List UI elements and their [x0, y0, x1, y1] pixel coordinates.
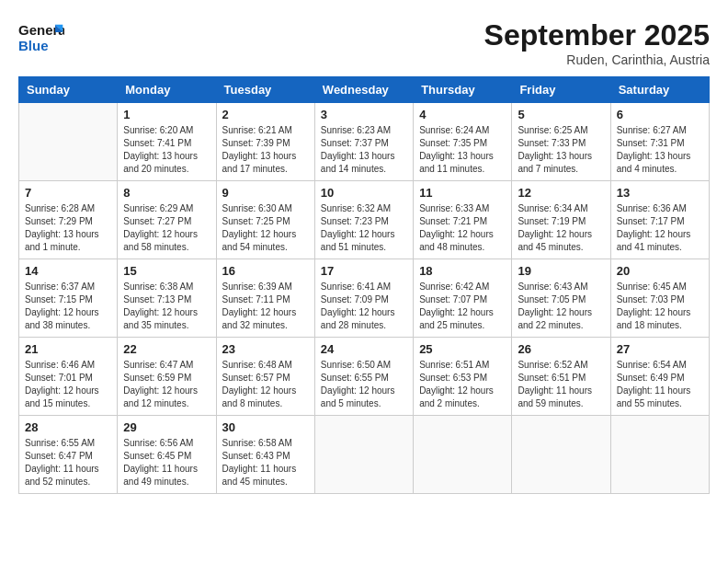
- day-info: Sunrise: 6:21 AMSunset: 7:39 PMDaylight:…: [222, 124, 309, 176]
- sunset-text: Sunset: 6:59 PM: [123, 373, 191, 383]
- month-title: September 2025: [484, 18, 710, 52]
- day-info: Sunrise: 6:58 AMSunset: 6:43 PMDaylight:…: [222, 437, 309, 488]
- calendar-cell: 5Sunrise: 6:25 AMSunset: 7:33 PMDaylight…: [512, 103, 610, 181]
- calendar-cell: 20Sunrise: 6:45 AMSunset: 7:03 PMDayligh…: [610, 259, 709, 338]
- day-info: Sunrise: 6:32 AMSunset: 7:23 PMDaylight:…: [321, 202, 407, 254]
- calendar-cell: 8Sunrise: 6:29 AMSunset: 7:27 PMDaylight…: [118, 181, 216, 259]
- daylight-text: Daylight: 12 hours and 38 minutes.: [25, 307, 99, 330]
- daylight-text: Daylight: 13 hours and 4 minutes.: [617, 151, 691, 174]
- calendar-cell: 3Sunrise: 6:23 AMSunset: 7:37 PMDaylight…: [314, 103, 413, 181]
- sunset-text: Sunset: 7:03 PM: [617, 294, 685, 304]
- calendar-cell: 28Sunrise: 6:55 AMSunset: 6:47 PMDayligh…: [19, 416, 118, 494]
- daylight-text: Daylight: 12 hours and 54 minutes.: [222, 229, 297, 252]
- daylight-text: Daylight: 12 hours and 2 minutes.: [419, 385, 494, 408]
- sunrise-text: Sunrise: 6:43 AM: [518, 282, 587, 292]
- calendar-cell: 22Sunrise: 6:47 AMSunset: 6:59 PMDayligh…: [118, 338, 216, 416]
- day-number: 3: [321, 108, 407, 121]
- calendar-cell: 23Sunrise: 6:48 AMSunset: 6:57 PMDayligh…: [216, 338, 314, 416]
- sunset-text: Sunset: 7:13 PM: [123, 294, 191, 304]
- calendar-cell: 17Sunrise: 6:41 AMSunset: 7:09 PMDayligh…: [314, 259, 413, 338]
- sunset-text: Sunset: 7:41 PM: [123, 138, 191, 148]
- location-subtitle: Ruden, Carinthia, Austria: [484, 52, 710, 67]
- daylight-text: Daylight: 13 hours and 1 minute.: [25, 229, 99, 252]
- day-info: Sunrise: 6:28 AMSunset: 7:29 PMDaylight:…: [25, 202, 111, 254]
- day-info: Sunrise: 6:27 AMSunset: 7:31 PMDaylight:…: [617, 124, 703, 176]
- sunset-text: Sunset: 6:57 PM: [222, 373, 290, 383]
- daylight-text: Daylight: 11 hours and 52 minutes.: [25, 464, 99, 487]
- sunrise-text: Sunrise: 6:56 AM: [123, 438, 193, 448]
- day-info: Sunrise: 6:39 AMSunset: 7:11 PMDaylight:…: [222, 281, 309, 332]
- sunrise-text: Sunrise: 6:41 AM: [321, 282, 391, 292]
- sunset-text: Sunset: 6:43 PM: [222, 451, 290, 461]
- day-info: Sunrise: 6:55 AMSunset: 6:47 PMDaylight:…: [25, 437, 111, 488]
- daylight-text: Daylight: 13 hours and 17 minutes.: [222, 151, 297, 174]
- calendar-cell: 16Sunrise: 6:39 AMSunset: 7:11 PMDayligh…: [216, 259, 314, 338]
- day-info: Sunrise: 6:36 AMSunset: 7:17 PMDaylight:…: [617, 202, 703, 254]
- weekday-header-sunday: Sunday: [19, 77, 118, 103]
- weekday-header-friday: Friday: [512, 77, 610, 103]
- calendar-cell: 7Sunrise: 6:28 AMSunset: 7:29 PMDaylight…: [19, 181, 118, 259]
- day-info: Sunrise: 6:42 AMSunset: 7:07 PMDaylight:…: [419, 281, 506, 332]
- daylight-text: Daylight: 12 hours and 18 minutes.: [617, 307, 691, 330]
- sunset-text: Sunset: 7:17 PM: [617, 216, 685, 226]
- sunset-text: Sunset: 7:29 PM: [25, 216, 93, 226]
- calendar-week-5: 28Sunrise: 6:55 AMSunset: 6:47 PMDayligh…: [19, 416, 710, 494]
- calendar-cell: [610, 416, 709, 494]
- day-info: Sunrise: 6:29 AMSunset: 7:27 PMDaylight:…: [123, 202, 210, 254]
- daylight-text: Daylight: 13 hours and 20 minutes.: [123, 151, 198, 174]
- sunrise-text: Sunrise: 6:25 AM: [518, 125, 587, 135]
- daylight-text: Daylight: 13 hours and 11 minutes.: [419, 151, 494, 174]
- day-info: Sunrise: 6:25 AMSunset: 7:33 PMDaylight:…: [518, 124, 604, 176]
- sunrise-text: Sunrise: 6:55 AM: [25, 438, 95, 448]
- sunrise-text: Sunrise: 6:50 AM: [321, 360, 391, 370]
- weekday-header-tuesday: Tuesday: [216, 77, 314, 103]
- day-number: 18: [419, 264, 506, 278]
- day-number: 16: [222, 264, 309, 278]
- calendar-cell: 30Sunrise: 6:58 AMSunset: 6:43 PMDayligh…: [216, 416, 314, 494]
- sunrise-text: Sunrise: 6:48 AM: [222, 360, 292, 370]
- calendar-week-3: 14Sunrise: 6:37 AMSunset: 7:15 PMDayligh…: [19, 259, 710, 338]
- calendar-table: SundayMondayTuesdayWednesdayThursdayFrid…: [18, 76, 710, 494]
- sunrise-text: Sunrise: 6:51 AM: [419, 360, 489, 370]
- calendar-cell: 27Sunrise: 6:54 AMSunset: 6:49 PMDayligh…: [610, 338, 709, 416]
- day-number: 13: [617, 186, 703, 200]
- day-info: Sunrise: 6:20 AMSunset: 7:41 PMDaylight:…: [123, 124, 210, 176]
- day-info: Sunrise: 6:54 AMSunset: 6:49 PMDaylight:…: [617, 359, 703, 410]
- svg-text:Blue: Blue: [18, 38, 49, 53]
- sunset-text: Sunset: 7:25 PM: [222, 216, 290, 226]
- sunset-text: Sunset: 7:31 PM: [617, 138, 685, 148]
- sunrise-text: Sunrise: 6:45 AM: [617, 282, 687, 292]
- sunrise-text: Sunrise: 6:52 AM: [518, 360, 587, 370]
- sunrise-text: Sunrise: 6:32 AM: [321, 203, 391, 213]
- sunrise-text: Sunrise: 6:30 AM: [222, 203, 292, 213]
- day-info: Sunrise: 6:51 AMSunset: 6:53 PMDaylight:…: [419, 359, 506, 410]
- daylight-text: Daylight: 12 hours and 15 minutes.: [25, 385, 99, 408]
- day-info: Sunrise: 6:56 AMSunset: 6:45 PMDaylight:…: [123, 437, 210, 488]
- sunset-text: Sunset: 7:23 PM: [321, 216, 389, 226]
- calendar-week-2: 7Sunrise: 6:28 AMSunset: 7:29 PMDaylight…: [19, 181, 710, 259]
- day-info: Sunrise: 6:30 AMSunset: 7:25 PMDaylight:…: [222, 202, 309, 254]
- calendar-week-4: 21Sunrise: 6:46 AMSunset: 7:01 PMDayligh…: [19, 338, 710, 416]
- day-number: 11: [419, 186, 506, 200]
- sunrise-text: Sunrise: 6:21 AM: [222, 125, 292, 135]
- sunset-text: Sunset: 6:45 PM: [123, 451, 191, 461]
- daylight-text: Daylight: 12 hours and 41 minutes.: [617, 229, 691, 252]
- daylight-text: Daylight: 12 hours and 12 minutes.: [123, 385, 198, 408]
- daylight-text: Daylight: 12 hours and 51 minutes.: [321, 229, 395, 252]
- sunrise-text: Sunrise: 6:37 AM: [25, 282, 95, 292]
- day-number: 29: [123, 420, 210, 434]
- calendar-cell: 25Sunrise: 6:51 AMSunset: 6:53 PMDayligh…: [414, 338, 512, 416]
- sunrise-text: Sunrise: 6:20 AM: [123, 125, 193, 135]
- daylight-text: Daylight: 11 hours and 45 minutes.: [222, 464, 297, 487]
- day-info: Sunrise: 6:50 AMSunset: 6:55 PMDaylight:…: [321, 359, 407, 410]
- day-number: 14: [25, 264, 111, 278]
- calendar-cell: 21Sunrise: 6:46 AMSunset: 7:01 PMDayligh…: [19, 338, 118, 416]
- daylight-text: Daylight: 12 hours and 48 minutes.: [419, 229, 494, 252]
- day-info: Sunrise: 6:46 AMSunset: 7:01 PMDaylight:…: [25, 359, 111, 410]
- day-info: Sunrise: 6:34 AMSunset: 7:19 PMDaylight:…: [518, 202, 604, 254]
- calendar-cell: 1Sunrise: 6:20 AMSunset: 7:41 PMDaylight…: [118, 103, 216, 181]
- logo-icon: General Blue: [18, 18, 64, 55]
- calendar-cell: [512, 416, 610, 494]
- sunset-text: Sunset: 7:09 PM: [321, 294, 389, 304]
- day-number: 8: [123, 186, 210, 200]
